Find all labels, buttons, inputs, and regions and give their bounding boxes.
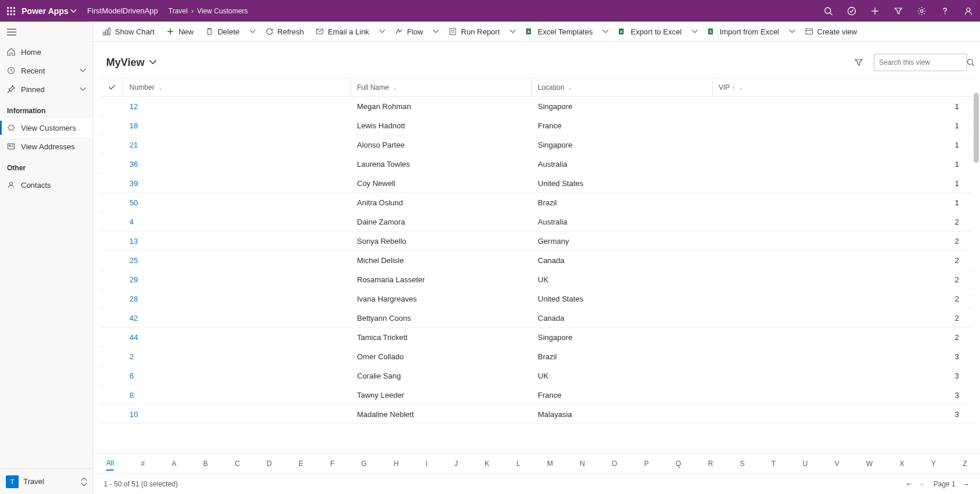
cmd-email-split[interactable] [375,22,389,42]
next-page-button[interactable]: → [963,480,970,488]
filter-icon[interactable] [887,0,910,22]
alpha-filter-j[interactable]: J [454,457,458,470]
cmd-create-view[interactable]: Create view [799,22,863,42]
brand-chevron-icon[interactable] [71,9,76,13]
cmd-new[interactable]: New [160,22,200,42]
alpha-filter-t[interactable]: T [772,457,776,470]
alpha-filter-v[interactable]: V [835,457,839,470]
table-row[interactable]: 8Tawny LeederFrance3 [100,386,973,405]
table-row[interactable]: 2Omer ColladoBrazil3 [100,347,973,366]
table-row[interactable]: 12Megan RohmanSingapore1 [100,97,973,116]
record-link[interactable]: 2 [130,352,134,361]
table-row[interactable]: 4Daine ZamoraAustralia2 [100,212,973,232]
filter-icon[interactable] [854,58,863,67]
column-header-fullname[interactable]: Full Name⌄ [351,79,532,96]
cmd-templates-split[interactable] [598,22,612,42]
task-icon[interactable] [840,0,863,22]
table-row[interactable]: 50Anitra OslundBrazil1 [100,193,973,212]
alpha-filter-h[interactable]: H [394,457,399,470]
record-link[interactable]: 21 [130,141,138,149]
record-link[interactable]: 18 [130,121,138,130]
nav-recent[interactable]: Recent [0,61,93,80]
record-link[interactable]: 8 [130,391,134,400]
nav-home[interactable]: Home [0,43,93,61]
breadcrumb-item[interactable]: View Customers [197,7,248,15]
app-name-label[interactable]: FirstModelDrivenApp [87,6,158,15]
cmd-flow[interactable]: Flow [389,22,429,42]
column-header-vip[interactable]: VIP↑⌄ [713,79,973,96]
record-link[interactable]: 12 [130,102,138,111]
cmd-excel-templates[interactable]: XExcel Templates [520,22,598,42]
nav-contacts[interactable]: Contacts [0,176,93,194]
alpha-filter-d[interactable]: D [267,457,272,470]
table-row[interactable]: 10Madaline NeblettMalayasia3 [100,405,973,424]
alpha-filter-all[interactable]: All [106,457,114,471]
search-input[interactable] [879,58,967,66]
select-all-checkbox[interactable] [100,79,124,96]
hamburger-icon[interactable] [0,22,93,43]
cmd-flow-split[interactable] [429,22,443,42]
record-link[interactable]: 50 [130,198,138,207]
alpha-filter-a[interactable]: A [172,457,176,470]
table-row[interactable]: 29Rosamaria LasseterUK2 [100,270,973,289]
cmd-delete-split[interactable] [246,22,260,42]
first-page-button[interactable]: ⇤ [907,480,912,488]
cmd-import-split[interactable] [785,22,799,42]
table-row[interactable]: 42Bettyann CoonsCanada2 [100,309,973,328]
alpha-filter-u[interactable]: U [803,457,808,470]
search-icon[interactable] [817,0,840,22]
record-link[interactable]: 25 [130,256,138,265]
record-link[interactable]: 36 [130,160,138,169]
alpha-filter-z[interactable]: Z [963,457,967,470]
table-row[interactable]: 44Tamica TrickettSingapore2 [100,328,973,347]
app-launcher-icon[interactable] [0,0,22,22]
table-row[interactable]: 18Lewis HadnottFrance1 [100,116,973,135]
account-icon[interactable] [957,0,980,22]
brand-label[interactable]: Power Apps [22,6,68,16]
cmd-show-chart[interactable]: Show Chart [97,22,160,42]
nav-view-customers[interactable]: View Customers [0,118,93,137]
prev-page-button[interactable]: ← [919,480,926,488]
nav-pinned[interactable]: Pinned [0,80,93,99]
record-link[interactable]: 10 [130,410,138,419]
cmd-delete[interactable]: Delete [200,22,246,42]
settings-icon[interactable] [910,0,933,22]
record-link[interactable]: 13 [130,237,138,246]
add-icon[interactable] [863,0,887,22]
table-row[interactable]: 13Sonya RebelloGermany2 [100,232,973,251]
table-row[interactable]: 28Ivana HargreavesUnited States2 [100,289,973,309]
alpha-filter-k[interactable]: K [485,457,489,470]
alpha-filter-n[interactable]: N [580,457,585,470]
view-selector[interactable]: MyView [106,57,156,69]
cmd-email-link[interactable]: Email a Link [310,22,375,42]
search-icon[interactable] [967,58,975,66]
table-row[interactable]: 6Coralie SangUK3 [100,366,973,386]
column-header-location[interactable]: Location⌄ [532,79,713,96]
record-link[interactable]: 44 [130,333,138,342]
alpha-filter-x[interactable]: X [900,457,904,470]
cmd-run-report[interactable]: Run Report [443,22,505,42]
cmd-refresh[interactable]: Refresh [260,22,310,42]
record-link[interactable]: 6 [130,372,134,380]
cmd-export-split[interactable] [688,22,702,42]
cmd-report-split[interactable] [506,22,520,42]
nav-view-addresses[interactable]: View Addresses [0,137,93,156]
table-row[interactable]: 39Coy NewellUnited States1 [100,174,973,193]
area-picker[interactable]: T Travel [0,468,93,494]
alpha-filter-#[interactable]: # [141,457,145,470]
record-link[interactable]: 28 [130,295,138,303]
alpha-filter-i[interactable]: I [426,457,428,470]
help-icon[interactable] [933,0,957,22]
column-header-number[interactable]: Number⌄ [124,79,351,96]
record-link[interactable]: 42 [130,314,138,323]
record-link[interactable]: 39 [130,179,138,188]
alpha-filter-o[interactable]: O [612,457,617,470]
alpha-filter-c[interactable]: C [235,457,240,470]
alpha-filter-e[interactable]: E [299,457,303,470]
alpha-filter-m[interactable]: M [547,457,553,470]
record-link[interactable]: 29 [130,275,138,284]
scrollbar[interactable] [972,92,980,453]
cmd-export-excel[interactable]: XExport to Excel [612,22,687,42]
alpha-filter-q[interactable]: Q [676,457,681,470]
scrollbar-thumb[interactable] [974,93,979,163]
